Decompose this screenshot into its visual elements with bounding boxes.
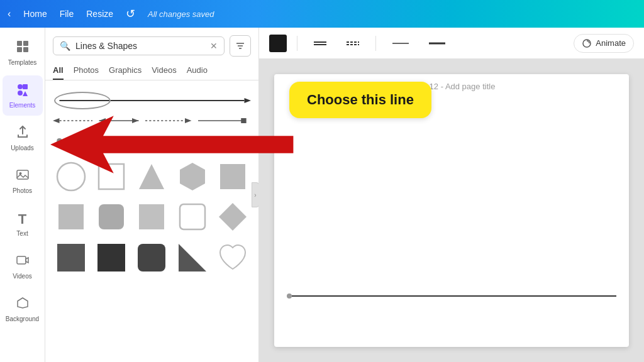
- sidebar-item-photos[interactable]: Photos: [3, 161, 43, 201]
- svg-rect-24: [241, 118, 246, 123]
- svg-point-25: [57, 138, 62, 143]
- tab-photos[interactable]: Photos: [74, 62, 99, 80]
- shape-rectangle[interactable]: [133, 199, 170, 235]
- tooltip-text: Choose this line: [307, 92, 414, 107]
- shape-dark-rounded[interactable]: [133, 239, 170, 275]
- line-row-straight[interactable]: [53, 90, 251, 111]
- undo-icon[interactable]: ↺: [126, 7, 135, 21]
- sidebar-item-templates[interactable]: Templates: [3, 33, 43, 73]
- animate-button[interactable]: Animate: [574, 34, 634, 53]
- svg-point-4: [18, 84, 23, 89]
- templates-icon: [16, 40, 30, 57]
- search-clear-icon[interactable]: ✕: [210, 41, 218, 51]
- svg-marker-45: [219, 203, 247, 231]
- toolbar-separator-2: [375, 36, 376, 51]
- svg-marker-39: [180, 163, 205, 190]
- elements-icon: [16, 82, 30, 99]
- shape-square-2[interactable]: [53, 199, 89, 235]
- shape-circle[interactable]: [53, 158, 89, 195]
- shape-heart[interactable]: [214, 239, 251, 275]
- background-label: Background: [6, 315, 39, 322]
- line-row-handles[interactable]: [53, 131, 251, 151]
- shape-square-filled[interactable]: [214, 158, 251, 195]
- line-dashed-button[interactable]: [340, 36, 365, 51]
- home-nav-item[interactable]: Home: [23, 9, 47, 19]
- main-layout: Templates Elements Uploads: [0, 28, 644, 362]
- elements-panel: 🔍 ✕ All Photos Graphics Videos Audio: [45, 28, 259, 362]
- shape-dark-square[interactable]: [93, 239, 130, 275]
- text-icon: T: [18, 211, 26, 228]
- sidebar-item-background[interactable]: Background: [3, 289, 43, 329]
- sidebar-item-videos[interactable]: Videos: [3, 246, 43, 287]
- svg-rect-42: [99, 204, 124, 229]
- tab-videos[interactable]: Videos: [152, 62, 177, 80]
- uploads-icon: [16, 125, 30, 142]
- filter-button[interactable]: [230, 35, 251, 57]
- file-nav-item[interactable]: File: [60, 9, 74, 19]
- svg-point-9: [19, 172, 21, 175]
- svg-marker-17: [53, 118, 60, 123]
- panel-collapse-handle[interactable]: ›: [252, 182, 259, 207]
- sidebar-item-text[interactable]: T Text: [3, 204, 43, 244]
- shape-right-triangle[interactable]: [174, 239, 211, 275]
- animate-label: Animate: [596, 38, 626, 48]
- shape-rounded-rect[interactable]: [174, 199, 211, 235]
- back-chevron-icon[interactable]: ‹: [8, 8, 11, 19]
- svg-point-36: [57, 163, 85, 190]
- shape-square[interactable]: [93, 158, 130, 195]
- search-icon: 🔍: [60, 41, 70, 51]
- svg-rect-44: [180, 204, 205, 229]
- search-bar: 🔍 ✕: [45, 28, 258, 62]
- toolbar-separator-1: [297, 36, 297, 51]
- videos-icon: [16, 253, 30, 270]
- line-thick-button[interactable]: [423, 36, 452, 51]
- text-label: Text: [16, 230, 28, 237]
- svg-rect-43: [139, 204, 164, 229]
- background-icon: [16, 296, 30, 313]
- svg-rect-47: [97, 244, 125, 272]
- tab-all[interactable]: All: [53, 62, 64, 80]
- lines-section: [53, 90, 251, 151]
- svg-rect-29: [116, 138, 121, 143]
- svg-marker-49: [179, 244, 206, 272]
- svg-marker-19: [132, 118, 139, 123]
- svg-rect-41: [58, 204, 84, 229]
- svg-rect-10: [17, 256, 26, 264]
- svg-rect-33: [196, 138, 201, 143]
- shape-diamond[interactable]: [214, 199, 251, 235]
- shape-big-square[interactable]: [53, 239, 89, 275]
- tab-audio[interactable]: Audio: [187, 62, 208, 80]
- sidebar-icons: Templates Elements Uploads: [0, 28, 45, 362]
- shape-hexagon[interactable]: [174, 158, 211, 195]
- search-wrapper[interactable]: 🔍 ✕: [53, 36, 225, 55]
- line-thin-button[interactable]: [386, 36, 415, 51]
- sidebar-item-elements[interactable]: Elements: [3, 75, 43, 116]
- line-row-dashed-arrows[interactable]: [53, 111, 251, 131]
- search-input[interactable]: [75, 41, 205, 51]
- svg-rect-37: [99, 164, 124, 189]
- shape-rounded-square[interactable]: [93, 199, 130, 235]
- svg-marker-6: [23, 91, 28, 96]
- saved-status: All changes saved: [148, 9, 214, 19]
- svg-rect-40: [220, 164, 245, 189]
- svg-rect-1: [23, 41, 28, 46]
- shape-triangle[interactable]: [133, 158, 170, 195]
- svg-rect-2: [17, 47, 22, 52]
- shapes-grid: [53, 158, 251, 276]
- photos-label: Photos: [13, 187, 32, 194]
- line-solid-button[interactable]: [308, 36, 333, 51]
- svg-rect-5: [23, 84, 28, 89]
- canvas-line-body: [292, 295, 616, 297]
- content-area: Animate Page 12 - Add page title: [259, 28, 644, 362]
- tab-graphics[interactable]: Graphics: [109, 62, 142, 80]
- svg-marker-15: [245, 98, 252, 103]
- resize-nav-item[interactable]: Resize: [86, 9, 113, 19]
- canvas-line[interactable]: [287, 295, 616, 297]
- color-swatch[interactable]: [269, 35, 287, 52]
- sidebar-item-uploads[interactable]: Uploads: [3, 118, 43, 158]
- uploads-label: Uploads: [11, 145, 34, 151]
- canvas-line-handle[interactable]: [287, 293, 292, 299]
- svg-point-31: [156, 138, 161, 143]
- svg-rect-46: [57, 244, 85, 272]
- svg-rect-0: [17, 41, 22, 46]
